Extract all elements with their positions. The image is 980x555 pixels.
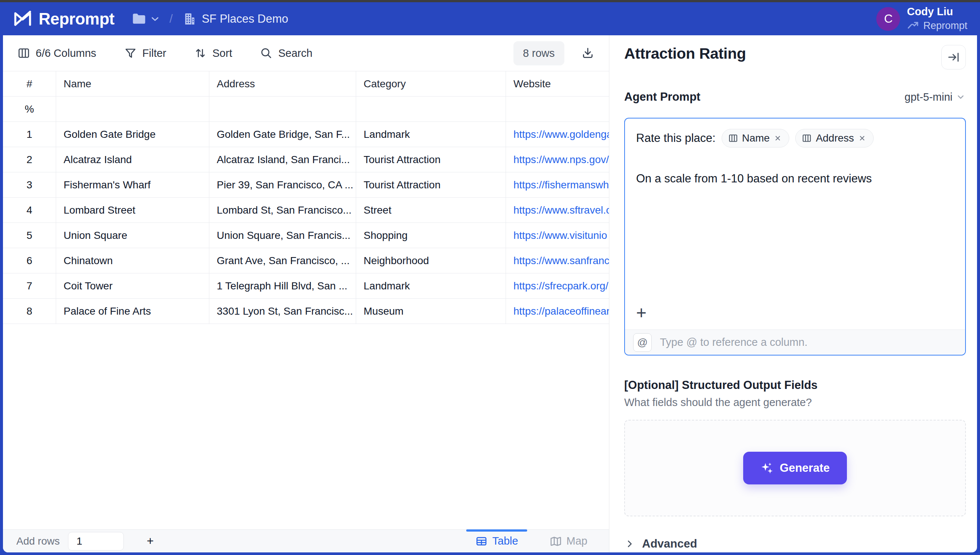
row-index: 2 (3, 147, 56, 172)
cell-website-link[interactable]: https://www.nps.gov/ (506, 147, 609, 172)
columns-icon (801, 133, 812, 143)
add-rows-label: Add rows (16, 535, 60, 547)
add-rows-button[interactable]: + (147, 534, 154, 548)
column-header-index[interactable]: # (3, 71, 56, 96)
folder-icon (131, 11, 147, 27)
org-logo-icon (907, 19, 919, 32)
cell-website-link[interactable]: https://www.sftravel.c (506, 197, 609, 223)
search-button[interactable]: Search (259, 47, 312, 60)
columns-icon (17, 47, 31, 60)
brand-logo[interactable]: Reprompt (13, 9, 114, 29)
columns-icon (728, 133, 739, 143)
panel-header: Attraction Rating (624, 45, 966, 69)
tab-map[interactable]: Map (541, 530, 596, 552)
view-tabs: Table Map (466, 530, 609, 552)
cell-website-link[interactable]: https://www.visitunio (506, 223, 609, 248)
map-icon (549, 535, 562, 548)
add-prompt-block-button[interactable]: + (636, 302, 655, 323)
output-fields-dropzone: Generate (624, 420, 966, 517)
model-select[interactable]: gpt-5-mini (904, 91, 966, 103)
column-chip-address[interactable]: Address (795, 129, 874, 148)
column-chip-name[interactable]: Name (722, 129, 790, 148)
mention-bar[interactable]: @ Type @ to reference a column. (625, 329, 965, 355)
collapse-panel-button[interactable] (941, 45, 966, 69)
sparkles-icon (760, 461, 774, 475)
generate-button[interactable]: Generate (743, 452, 846, 484)
tab-table[interactable]: Table (466, 530, 527, 552)
app-header: Reprompt / SF Plac (0, 2, 980, 35)
breadcrumb-project[interactable]: SF Places Demo (182, 11, 288, 26)
panel-title: Attraction Rating (624, 45, 746, 63)
cell-address[interactable]: 3301 Lyon St, San Francisc... (209, 299, 356, 324)
cell-category[interactable]: Shopping (356, 223, 506, 248)
cell-category[interactable]: Museum (356, 299, 506, 324)
cell-address[interactable]: Alcatraz Island, San Franci... (209, 147, 356, 172)
breadcrumb-separator: / (169, 12, 173, 26)
percent-row-cell[interactable] (56, 96, 209, 122)
sort-button[interactable]: Sort (194, 47, 232, 60)
breadcrumb: / SF Places Demo (131, 11, 288, 27)
columns-label: 6/6 Columns (36, 47, 96, 59)
prompt-editor[interactable]: Rate this place: Name (624, 118, 966, 356)
cell-name[interactable]: Fisherman's Wharf (56, 172, 209, 197)
cell-website-link[interactable]: https://www.sanfranc (506, 248, 609, 273)
row-index: 4 (3, 197, 56, 223)
cell-category[interactable]: Tourist Attraction (356, 147, 506, 172)
reprompt-logo-icon (13, 9, 33, 29)
cell-category[interactable]: Tourist Attraction (356, 172, 506, 197)
add-rows-input[interactable] (68, 532, 124, 550)
cell-address[interactable]: Pier 39, San Francisco, CA ... (209, 172, 356, 197)
cell-category[interactable]: Landmark (356, 122, 506, 147)
tab-map-label: Map (566, 535, 587, 547)
prompt-editor-body[interactable]: Rate this place: Name (625, 119, 965, 329)
cell-category[interactable]: Street (356, 197, 506, 223)
account-menu[interactable]: C Cody Liu Reprompt (876, 6, 967, 32)
table-icon (475, 535, 488, 548)
cell-name[interactable]: Lombard Street (56, 197, 209, 223)
advanced-toggle[interactable]: Advanced (624, 537, 966, 550)
chip-label: Name (742, 132, 770, 144)
cell-website-link[interactable]: https://palaceoffinear (506, 299, 609, 324)
percent-row-cell[interactable] (209, 96, 356, 122)
cell-name[interactable]: Palace of Fine Arts (56, 299, 209, 324)
filter-button[interactable]: Filter (124, 47, 166, 60)
advanced-label: Advanced (642, 537, 697, 550)
percent-row-cell[interactable] (356, 96, 506, 122)
output-fields-subtitle: What fields should the agent generate? (624, 396, 966, 409)
cell-category[interactable]: Landmark (356, 273, 506, 299)
at-symbol-badge: @ (633, 333, 652, 352)
cell-address[interactable]: Lombard St, San Francisco... (209, 197, 356, 223)
model-name: gpt-5-mini (904, 91, 953, 103)
column-header-address[interactable]: Address (209, 71, 356, 96)
cell-website-link[interactable]: https://fishermanswh (506, 172, 609, 197)
cell-name[interactable]: Union Square (56, 223, 209, 248)
cell-name[interactable]: Coit Tower (56, 273, 209, 299)
cell-name[interactable]: Alcatraz Island (56, 147, 209, 172)
remove-chip-icon[interactable] (858, 134, 867, 143)
column-header-website[interactable]: Website (506, 71, 609, 96)
columns-button[interactable]: 6/6 Columns (17, 47, 96, 60)
remove-chip-icon[interactable] (773, 134, 782, 143)
cell-website-link[interactable]: https://sfrecpark.org/ (506, 273, 609, 299)
project-name: SF Places Demo (202, 12, 288, 26)
cell-address[interactable]: 1 Telegraph Hill Blvd, San ... (209, 273, 356, 299)
toolbar-right: 8 rows (513, 41, 595, 66)
active-tab-indicator (466, 529, 527, 532)
cell-name[interactable]: Chinatown (56, 248, 209, 273)
folder-menu[interactable] (131, 11, 161, 27)
row-index: 7 (3, 273, 56, 299)
cell-website-link[interactable]: https://www.goldenga (506, 122, 609, 147)
percent-row-cell[interactable] (506, 96, 609, 122)
building-icon (182, 11, 197, 26)
cell-address[interactable]: Golden Gate Bridge, San F... (209, 122, 356, 147)
cell-category[interactable]: Neighborhood (356, 248, 506, 273)
cell-name[interactable]: Golden Gate Bridge (56, 122, 209, 147)
prompt-body-text[interactable]: On a scale from 1-10 based on recent rev… (636, 172, 954, 185)
column-header-name[interactable]: Name (56, 71, 209, 96)
agent-prompt-label: Agent Prompt (624, 90, 700, 104)
cell-address[interactable]: Union Square, San Francis... (209, 223, 356, 248)
column-header-category[interactable]: Category (356, 71, 506, 96)
avatar[interactable]: C (876, 7, 900, 31)
cell-address[interactable]: Grant Ave, San Francisco, ... (209, 248, 356, 273)
download-button[interactable] (581, 46, 595, 60)
